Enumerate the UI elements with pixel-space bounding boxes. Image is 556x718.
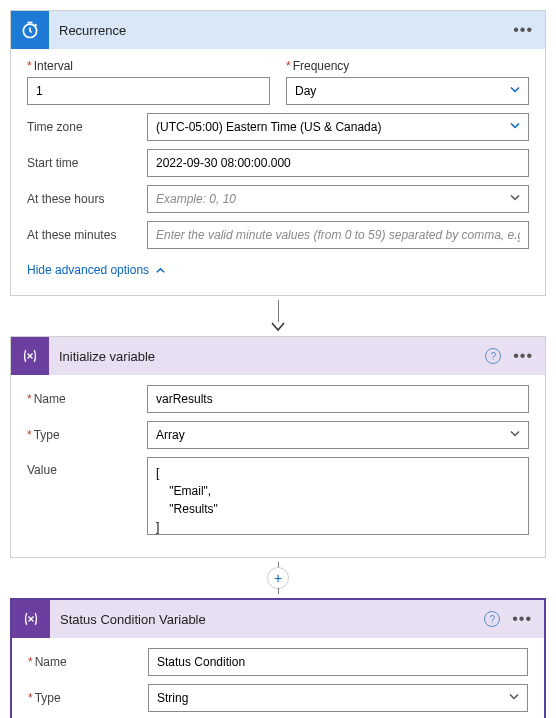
interval-input[interactable] xyxy=(27,77,270,105)
type-label: Type xyxy=(28,691,148,705)
interval-label: Interval xyxy=(27,59,270,73)
chevron-up-icon xyxy=(155,265,166,276)
status-condition-body: Name Type Value xyxy=(12,638,544,718)
minutes-input[interactable] xyxy=(147,221,529,249)
status-condition-title: Status Condition Variable xyxy=(50,612,484,627)
initialize-variable-title: Initialize variable xyxy=(49,349,485,364)
recurrence-icon xyxy=(11,11,49,49)
timezone-select[interactable] xyxy=(147,113,529,141)
initialize-variable-body: Name Type Value xyxy=(11,375,545,557)
frequency-select[interactable] xyxy=(286,77,529,105)
hide-advanced-link[interactable]: Hide advanced options xyxy=(27,263,166,277)
variable-icon xyxy=(11,337,49,375)
more-menu-button[interactable]: ••• xyxy=(513,25,533,35)
initialize-variable-header[interactable]: Initialize variable ? ••• xyxy=(11,337,545,375)
frequency-label: Frequency xyxy=(286,59,529,73)
status-condition-card: Status Condition Variable ? ••• Name Typ… xyxy=(10,598,546,718)
start-time-input[interactable] xyxy=(147,149,529,177)
timezone-label: Time zone xyxy=(27,120,147,134)
more-menu-button[interactable]: ••• xyxy=(513,351,533,361)
minutes-label: At these minutes xyxy=(27,228,147,242)
connector-plus: + xyxy=(10,562,546,594)
initialize-variable-card: Initialize variable ? ••• Name Type Valu… xyxy=(10,336,546,558)
connector-arrow xyxy=(10,300,546,332)
value-label: Value xyxy=(27,457,147,477)
name-label: Name xyxy=(28,655,148,669)
type-label: Type xyxy=(27,428,147,442)
hide-advanced-label: Hide advanced options xyxy=(27,263,149,277)
recurrence-body: Interval Frequency Time zone Start time xyxy=(11,49,545,295)
arrow-down-icon xyxy=(271,322,285,332)
recurrence-title: Recurrence xyxy=(49,23,513,38)
type-select[interactable] xyxy=(147,421,529,449)
help-icon[interactable]: ? xyxy=(484,611,500,627)
variable-icon xyxy=(12,600,50,638)
recurrence-card: Recurrence ••• Interval Frequency Time z… xyxy=(10,10,546,296)
hours-select[interactable] xyxy=(147,185,529,213)
add-step-button[interactable]: + xyxy=(267,567,289,589)
type-select[interactable] xyxy=(148,684,528,712)
name-input[interactable] xyxy=(148,648,528,676)
hours-label: At these hours xyxy=(27,192,147,206)
start-time-label: Start time xyxy=(27,156,147,170)
recurrence-header[interactable]: Recurrence ••• xyxy=(11,11,545,49)
name-label: Name xyxy=(27,392,147,406)
value-input[interactable] xyxy=(147,457,529,535)
status-condition-header[interactable]: Status Condition Variable ? ••• xyxy=(12,600,544,638)
help-icon[interactable]: ? xyxy=(485,348,501,364)
name-input[interactable] xyxy=(147,385,529,413)
more-menu-button[interactable]: ••• xyxy=(512,614,532,624)
